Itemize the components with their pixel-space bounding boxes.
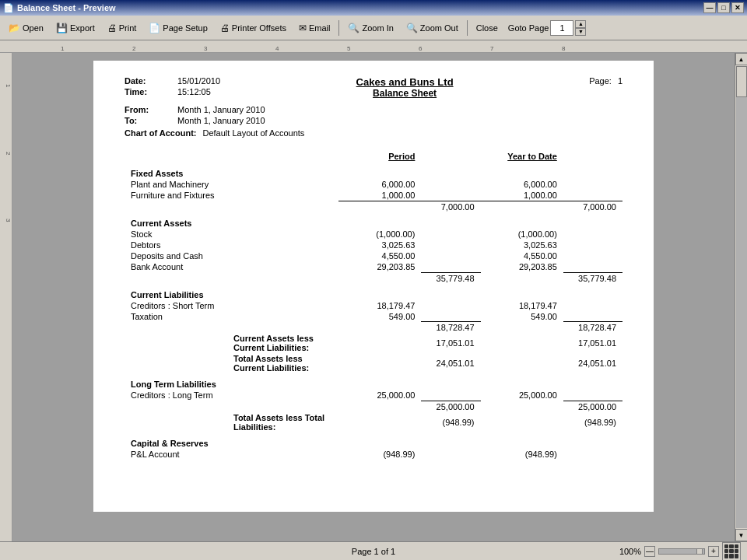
export-button[interactable]: 💾 Export [51,19,100,37]
zoom-in-icon: 🔍 [348,23,359,33]
cap-row1-period: (948.99) [338,449,421,460]
table-row: P&L Account (948.99) (948.99) [124,449,622,460]
print-button[interactable]: 🖨 Print [102,19,142,37]
total-assets-period: (948.99) [421,412,480,432]
close-window-button[interactable]: ✕ [731,2,744,13]
zoom-thumb[interactable] [696,548,703,555]
goto-input[interactable] [550,20,573,36]
lt-subtotal-period: 25,000.00 [421,401,480,412]
print-icon: 🖨 [107,23,117,33]
total-less-cl-label: Total Assets less Current Liabilities: [124,353,338,373]
scroll-down-button[interactable]: ▼ [735,529,748,541]
fa-row2-label: Furniture and Fixtures [124,190,338,201]
document-area: Date: 15/01/2010 Time: 15:12:05 Cakes an… [12,53,735,541]
report-title: Balance Sheet [220,88,589,99]
ca-row1-ytd: (1,000.00) [481,229,563,240]
cl-row1-ytd: 18,179.47 [481,300,563,311]
ca-subtotal-period: 35,779.48 [421,272,480,284]
ca-row4-ytd: 29,203.85 [481,261,563,272]
status-right: 100% — + [496,542,741,561]
info-section: From: Month 1, January 2010 To: Month 1,… [124,105,622,138]
table-row: Stock (1,000.00) (1,000.00) [124,229,622,240]
kd8 [729,554,733,558]
right-scrollbar: ▲ ▼ [735,53,747,541]
cap-row1-ytd: (948.99) [481,449,563,460]
cap-row1-label: P&L Account [124,449,338,460]
ca-row3-period: 4,550.00 [338,250,421,261]
ca-less-cl-ytd: 17,051.01 [563,333,622,353]
ytd-header: Year to Date [481,150,563,163]
zoom-plus-button[interactable]: + [708,546,719,557]
to-label: To: [124,116,171,125]
ca-row1-label: Stock [124,229,338,240]
scroll-thumb[interactable] [736,66,747,97]
long-term-title: Long Term Liabilities [124,373,622,390]
header-right: Page: 1 [589,76,622,99]
table-row: Bank Account 29,203.85 29,203.85 [124,261,622,272]
ca-subtotal-ytd: 35,779.48 [563,272,622,284]
cl-subtotal-period: 18,728.47 [421,322,480,334]
window-icon: 📄 [3,3,14,13]
current-liabilities-header: Current Liabilities [124,284,622,300]
zoom-track[interactable] [658,548,705,555]
spin-down[interactable]: ▼ [575,28,586,36]
lt-subtotal-row: 25,000.00 25,000.00 [124,401,622,412]
open-icon: 📂 [9,23,20,33]
lt-subtotal-ytd: 25,000.00 [563,401,622,412]
capital-title: Capital & Reserves [124,432,622,449]
total-assets-row: Total Assets less Total Liabilities: (94… [124,412,622,432]
lt-row1-ytd: 25,000.00 [481,390,563,401]
ca-row1-period: (1,000.00) [338,229,421,240]
cl-row1-period: 18,179.47 [338,300,421,311]
from-label: From: [124,105,171,114]
spin-up[interactable]: ▲ [575,20,586,28]
fa-row1-ytd: 6,000.00 [481,179,563,190]
scroll-track[interactable] [736,66,747,528]
kd9 [735,554,738,558]
page-info: Page 1 of 1 [251,547,496,556]
table-row: Taxation 549.00 549.00 [124,311,622,322]
zoom-out-button[interactable]: 🔍 Zoom Out [401,19,464,37]
status-bar: Page 1 of 1 100% — + [0,541,747,560]
page-label: Page: [589,76,612,99]
fa-row2-period: 1,000.00 [338,190,421,201]
ca-less-cl-label: Current Assets less Current Liabilities: [124,333,338,353]
table-row: Creditors : Short Term 18,179.47 18,179.… [124,300,622,311]
date-label: Date: [124,76,171,86]
kd5 [729,549,733,553]
email-button[interactable]: ✉ Email [293,19,336,37]
zoom-in-button[interactable]: 🔍 Zoom In [342,19,398,37]
minimize-button[interactable]: — [703,2,716,13]
close-button[interactable]: Close [471,19,503,37]
export-icon: 💾 [56,23,68,33]
fa-row2-ytd: 1,000.00 [481,190,563,201]
toolbar: 📂 Open 💾 Export 🖨 Print 📄 Page Setup 🖨 P… [0,16,747,40]
chart-label: Chart of Account: [124,128,196,138]
to-value: Month 1, January 2010 [177,116,265,125]
total-less-cl-period: 24,051.01 [421,353,480,373]
total-less-cl-row: Total Assets less Current Liabilities: 2… [124,353,622,373]
email-icon: ✉ [299,23,307,33]
ca-less-cl-period: 17,051.01 [421,333,480,353]
page-setup-icon: 📄 [149,23,160,33]
kd3 [735,544,738,548]
ca-row4-period: 29,203.85 [338,261,421,272]
goto-spinner[interactable]: ▲ ▼ [575,20,586,36]
open-button[interactable]: 📂 Open [3,19,49,37]
table-row: Deposits and Cash 4,550.00 4,550.00 [124,250,622,261]
maximize-button[interactable]: □ [717,2,730,13]
printer-offsets-button[interactable]: 🖨 Printer Offsets [215,19,292,37]
table-row: Creditors : Long Term 25,000.00 25,000.0… [124,390,622,401]
scroll-up-button[interactable]: ▲ [735,53,748,65]
current-assets-header: Current Assets [124,212,622,229]
from-value: Month 1, January 2010 [177,105,265,114]
report-page: Date: 15/01/2010 Time: 15:12:05 Cakes an… [93,61,654,512]
page-setup-button[interactable]: 📄 Page Setup [143,19,213,37]
time-value: 15:12:05 [177,87,211,96]
ruler: 1 2 3 4 5 6 7 8 [0,40,747,53]
fa-subtotal-ytd: 7,000.00 [563,201,622,213]
cl-row1-label: Creditors : Short Term [124,300,338,311]
zoom-minus-button[interactable]: — [644,546,655,557]
table-row: Furniture and Fixtures 1,000.00 1,000.00 [124,190,622,201]
company-name: Cakes and Buns Ltd [220,76,589,88]
